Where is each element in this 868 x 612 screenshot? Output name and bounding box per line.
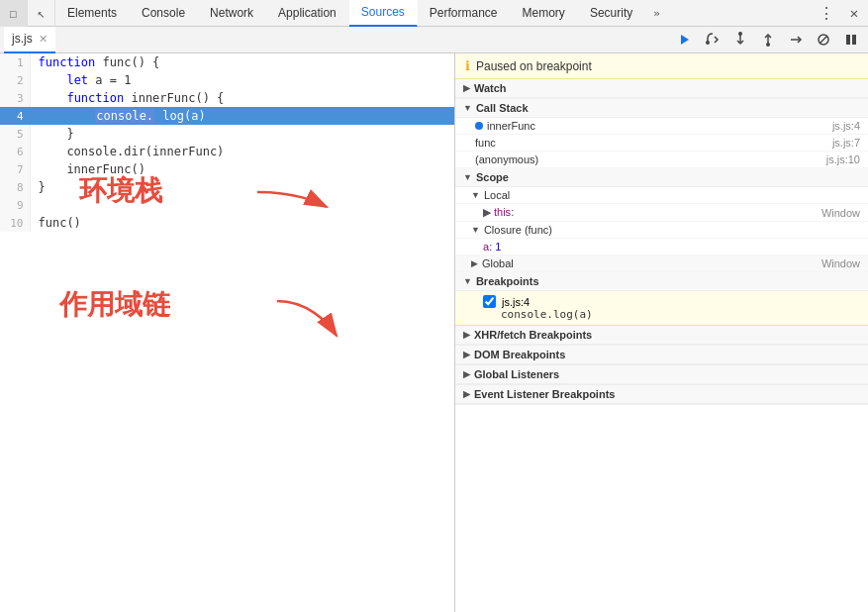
right-scroll[interactable]: Watch Call Stack innerFunc js.js:4: [455, 79, 868, 612]
line-number: 6: [0, 143, 30, 160]
devtools-menu-button[interactable]: ⋮: [813, 0, 840, 27]
global-triangle: [471, 258, 478, 268]
tab-security[interactable]: Security: [578, 0, 645, 27]
table-row: 2 let a = 1: [0, 71, 454, 89]
callstack-item-label: (anonymous): [475, 153, 826, 165]
tab-sources[interactable]: Sources: [349, 0, 418, 27]
tab-memory[interactable]: Memory: [511, 0, 578, 27]
step-button[interactable]: [783, 29, 809, 51]
resume-button[interactable]: [672, 29, 698, 51]
line-number: 9: [0, 196, 30, 214]
more-tabs-button[interactable]: »: [645, 0, 668, 27]
paused-message: Paused on breakpoint: [476, 59, 592, 73]
code-scroll[interactable]: 1 function func() { 2 let a = 1 3 functi…: [0, 53, 454, 612]
pause-warning-icon: ℹ: [465, 58, 470, 73]
debugger-bar: js.js ✕: [0, 27, 868, 53]
callstack-header[interactable]: Call Stack: [455, 99, 868, 118]
breakpoints-label: Breakpoints: [476, 275, 539, 287]
tab-console[interactable]: Console: [130, 0, 198, 27]
callstack-item-file: js.js:4: [832, 120, 860, 132]
list-item[interactable]: ▶this: Window: [455, 204, 868, 222]
bp-code: console.log(a): [483, 308, 860, 321]
line-number: 8: [0, 178, 30, 196]
step-out-button[interactable]: [755, 29, 781, 51]
scope-closure-label: Closure (func): [484, 224, 552, 236]
dom-breakpoints-header[interactable]: DOM Breakpoints: [455, 346, 868, 364]
list-item[interactable]: a : 1: [455, 239, 868, 255]
resume-icon: [678, 33, 692, 47]
devtools-close-button[interactable]: ✕: [840, 0, 868, 27]
code-line: [30, 196, 454, 214]
pause-button[interactable]: [838, 29, 864, 51]
line-number: 7: [0, 160, 30, 178]
code-line: function func() {: [30, 53, 454, 71]
table-row: 8 }: [0, 178, 454, 196]
scope-section: Scope Local ▶this: Window: [455, 168, 868, 272]
global-listeners-label: Global Listeners: [474, 368, 559, 380]
callstack-item-file: js.js:10: [826, 153, 860, 165]
event-listener-triangle: [463, 389, 470, 399]
scope-this-value: Window: [821, 207, 860, 219]
step-over-icon: [705, 32, 721, 48]
scope-a-value: 1: [495, 241, 501, 253]
scope-content: Local ▶this: Window Closure (func): [455, 187, 868, 272]
tab-application[interactable]: Application: [266, 0, 349, 27]
global-listeners-triangle: [463, 369, 470, 379]
step-over-button[interactable]: [700, 29, 725, 51]
file-tab-close[interactable]: ✕: [39, 33, 48, 46]
tab-elements[interactable]: Elements: [55, 0, 130, 27]
callstack-section: Call Stack innerFunc js.js:4 func js.js:…: [455, 99, 868, 168]
breakpoints-section: Breakpoints js.js:4 console.log(a): [455, 272, 868, 326]
paused-banner: ℹ Paused on breakpoint: [455, 53, 868, 79]
callstack-item-label: innerFunc: [475, 120, 832, 132]
code-line: function innerFunc() {: [30, 89, 454, 107]
callstack-item-file: js.js:7: [832, 137, 860, 149]
breakpoints-header[interactable]: Breakpoints: [455, 272, 868, 291]
file-tab-label: js.js: [12, 32, 33, 46]
scope-header[interactable]: Scope: [455, 168, 868, 187]
right-panel: ℹ Paused on breakpoint Watch Call Stack: [455, 53, 868, 612]
devtools-toolbar: ☐ ↖ Elements Console Network Application…: [0, 0, 868, 27]
watch-header[interactable]: Watch: [455, 79, 868, 98]
table-row: 6 console.dir(innerFunc): [0, 143, 454, 160]
table-row: 1 function func() {: [0, 53, 454, 71]
svg-line-8: [820, 36, 827, 44]
pause-icon: [844, 33, 858, 47]
event-listener-breakpoints-header[interactable]: Event Listener Breakpoints: [455, 385, 868, 404]
callstack-dot: [475, 122, 483, 130]
code-line: func(): [30, 214, 454, 232]
file-tab-js[interactable]: js.js ✕: [4, 27, 55, 53]
local-triangle: [471, 190, 480, 200]
list-item[interactable]: func js.js:7: [455, 135, 868, 152]
xhr-breakpoints-section: XHR/fetch Breakpoints: [455, 326, 868, 346]
devtools-icon-2[interactable]: ↖: [28, 0, 55, 27]
callstack-triangle: [463, 103, 472, 113]
breakpoints-triangle: [463, 276, 472, 286]
bp-item-top: js.js:4: [483, 295, 860, 308]
list-item[interactable]: (anonymous) js.js:10: [455, 152, 868, 168]
xhr-breakpoints-header[interactable]: XHR/fetch Breakpoints: [455, 326, 868, 345]
step-into-button[interactable]: [727, 29, 753, 51]
list-item[interactable]: innerFunc js.js:4: [455, 118, 868, 135]
table-row: 7 innerFunc(): [0, 160, 454, 178]
devtools-icon-1[interactable]: ☐: [0, 0, 28, 27]
global-listeners-header[interactable]: Global Listeners: [455, 365, 868, 384]
line-number: 10: [0, 214, 30, 232]
deactivate-button[interactable]: [811, 29, 836, 51]
global-listeners-section: Global Listeners: [455, 365, 868, 385]
line-number: 5: [0, 125, 30, 143]
scope-local-header[interactable]: Local: [455, 187, 868, 204]
svg-rect-9: [846, 35, 850, 45]
tab-performance[interactable]: Performance: [418, 0, 511, 27]
line-number: 4: [0, 107, 30, 125]
table-row-highlighted: 4 console. log(a): [0, 107, 454, 125]
scope-triangle: [463, 172, 472, 182]
scope-closure-header[interactable]: Closure (func): [455, 222, 868, 239]
code-panel: 1 function func() { 2 let a = 1 3 functi…: [0, 53, 455, 612]
dom-triangle: [463, 350, 470, 359]
line-number: 1: [0, 53, 30, 71]
bp-checkbox[interactable]: [483, 295, 496, 308]
tab-network[interactable]: Network: [198, 0, 266, 27]
callstack-label: Call Stack: [476, 102, 529, 114]
scope-global-header[interactable]: Global Window: [455, 255, 868, 272]
